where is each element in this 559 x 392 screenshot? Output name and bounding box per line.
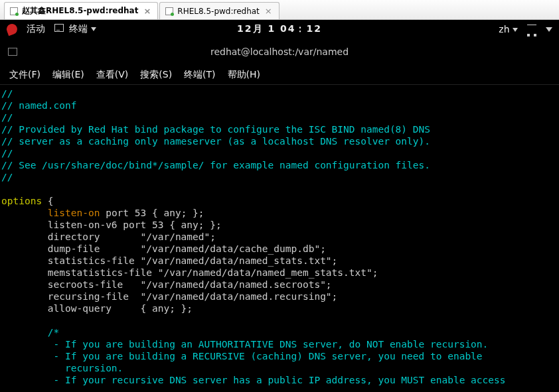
chevron-down-icon: [513, 28, 518, 32]
code-line: // server as a caching only nameserver (…: [1, 136, 430, 147]
vm-icon: [10, 7, 18, 15]
code-comment: - If you are building an AUTHORITATIVE D…: [1, 339, 488, 350]
prompt-icon: [8, 48, 17, 56]
code-keyword: listen-on: [48, 208, 100, 218]
menu-view[interactable]: 查看(V): [92, 67, 133, 83]
system-menu-icon[interactable]: [546, 27, 552, 32]
host-tab-1[interactable]: 赵其鑫RHEL8.5-pwd:redhat ×: [4, 2, 158, 19]
host-tab-strip: 赵其鑫RHEL8.5-pwd:redhat × RHEL8.5-pwd:redh…: [0, 0, 559, 20]
code-line: secroots-file "/var/named/data/named.sec…: [1, 279, 332, 290]
gnome-top-bar: 活动 终端 12月 1 04：12 zh: [0, 20, 559, 38]
code-comment: - If you are building a RECURSIVE (cachi…: [1, 351, 483, 361]
terminal-menu-bar: 文件(F) 编辑(E) 查看(V) 搜索(S) 终端(T) 帮助(H): [0, 65, 559, 85]
host-tab-label: RHEL8.5-pwd:redhat: [177, 7, 259, 16]
code-line: recursing-file "/var/named/data/named.re…: [1, 291, 337, 302]
app-menu-label: 终端: [69, 23, 88, 34]
terminal-content[interactable]: // // named.conf // // Provided by Red H…: [0, 85, 559, 392]
code-line: listen-on-v6 port 53 { any; };: [1, 220, 222, 230]
code-text: {: [42, 196, 53, 206]
input-method[interactable]: zh: [499, 24, 518, 34]
code-line: memstatistics-file "/var/named/data/name…: [1, 267, 378, 278]
terminal-icon: [54, 24, 64, 32]
code-line: //: [1, 148, 13, 159]
redhat-icon[interactable]: [5, 23, 19, 36]
menu-help[interactable]: 帮助(H): [224, 67, 264, 83]
code-line: // See /usr/share/doc/bind*/sample/ for …: [1, 160, 430, 170]
code-line: statistics-file "/var/named/data/named_s…: [1, 255, 337, 266]
code-comment: /*: [1, 327, 59, 338]
menu-file[interactable]: 文件(F): [5, 67, 44, 83]
code-line: // Provided by Red Hat bind package to c…: [1, 124, 430, 135]
code-text: port 53 { any; };: [100, 208, 204, 218]
code-line: allow-query { any; };: [1, 303, 193, 314]
code-line: //: [1, 112, 13, 123]
code-line: // named.conf: [1, 100, 77, 111]
vm-icon: [165, 7, 173, 15]
menu-edit[interactable]: 编辑(E): [48, 67, 88, 83]
host-tab-2[interactable]: RHEL8.5-pwd:redhat ×: [159, 2, 279, 19]
chevron-down-icon: [91, 27, 96, 31]
code-line: directory "/var/named";: [1, 231, 216, 242]
activities-button[interactable]: 活动: [27, 23, 45, 35]
close-icon[interactable]: ×: [142, 7, 152, 15]
menu-search[interactable]: 搜索(S): [136, 67, 176, 83]
code-comment: recursion.: [1, 363, 123, 373]
close-icon[interactable]: ×: [264, 7, 274, 15]
host-tab-label: 赵其鑫RHEL8.5-pwd:redhat: [22, 5, 138, 17]
app-menu[interactable]: 终端: [54, 23, 96, 35]
code-comment: - If your recursive DNS server has a pub…: [1, 375, 506, 385]
code-line: //: [1, 88, 13, 99]
window-title: redhat@localhost:/var/named: [210, 46, 349, 57]
code-line: //: [1, 172, 13, 182]
terminal-titlebar: redhat@localhost:/var/named: [0, 38, 559, 65]
code-line: dump-file "/var/named/data/cache_dump.db…: [1, 243, 326, 254]
menu-terminal[interactable]: 终端(T): [180, 67, 219, 83]
network-icon[interactable]: [527, 25, 536, 34]
code-keyword: options: [1, 196, 42, 206]
